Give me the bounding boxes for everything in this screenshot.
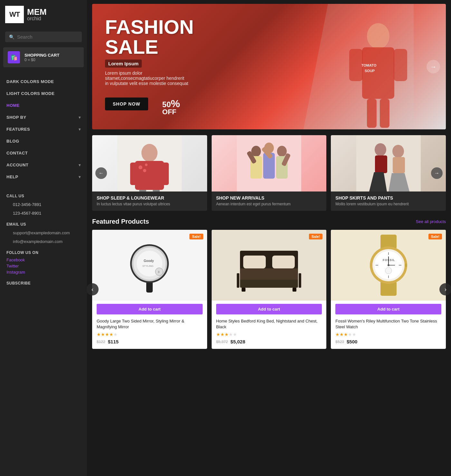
category-image-arrivals	[212, 135, 327, 191]
price-row-bed: $5,372 $5,028	[216, 339, 322, 344]
svg-text:TOMATO: TOMATO	[361, 63, 377, 67]
sidebar-bottom: CALL US 012-3456-7891 123-4567-8901 EMAI…	[0, 186, 87, 292]
main-content: FASHION SALE Lorem Ipsum Lorem ipsum dol…	[87, 0, 451, 476]
nav-help[interactable]: HELP ▾	[0, 171, 87, 183]
hero-title: FASHION SALE	[105, 17, 194, 57]
product-card-watch: Sale!	[331, 230, 446, 349]
products-next-arrow[interactable]: ›	[439, 283, 451, 295]
chevron-down-icon: ▾	[79, 163, 81, 167]
hero-banner: FASHION SALE Lorem Ipsum Lorem ipsum dol…	[92, 4, 446, 129]
phone-2: 123-4567-8901	[6, 209, 81, 218]
search-input[interactable]	[17, 34, 78, 40]
svg-point-9	[141, 144, 158, 162]
price-new-bed: $5,028	[230, 339, 245, 344]
product-info-mirror: Add to cart Goody Large Two Sided Mirror…	[92, 301, 207, 349]
hero-next-arrow[interactable]: →	[427, 60, 440, 73]
product-stars-watch: ★★★★★	[335, 332, 441, 337]
email-us-label: EMAIL US	[6, 222, 81, 227]
svg-rect-48	[293, 288, 296, 292]
nav-contact[interactable]: CONTACT	[0, 147, 87, 159]
nav-account[interactable]: ACCOUNT ▾	[0, 159, 87, 171]
svg-rect-30	[375, 155, 387, 173]
svg-rect-4	[349, 49, 363, 81]
hero-content: FASHION SALE Lorem Ipsum Lorem ipsum dol…	[92, 4, 207, 129]
nav-home[interactable]: HOME	[0, 99, 87, 111]
sale-badge-watch: Sale!	[428, 234, 442, 239]
cart-count: 0 = $0	[24, 58, 59, 62]
svg-rect-17	[153, 190, 160, 191]
hero-subtitle: Lorem ipsum dolor sitamet,consecmagtatiu…	[105, 70, 189, 86]
products-row: ‹ Sale! Goody STYLING 3	[92, 230, 446, 349]
svg-text:Goody: Goody	[144, 259, 154, 263]
svg-rect-1	[362, 47, 394, 99]
category-info-sleep: SHOP SLEEP & LOUNGEWEAR In luctus lectus…	[92, 191, 207, 211]
nav-blog[interactable]: BLOG	[0, 135, 87, 147]
svg-rect-47	[242, 288, 245, 292]
add-to-cart-bed[interactable]: Add to cart	[216, 304, 322, 314]
shop-now-button[interactable]: SHOP NOW	[105, 98, 148, 110]
category-row: ← SHOP SLEEP & LOUNGEWEAR In luctus lect…	[92, 135, 446, 211]
svg-rect-44	[243, 256, 266, 268]
svg-rect-46	[240, 268, 298, 280]
twitter-link[interactable]: Twitter	[6, 263, 81, 269]
svg-point-12	[145, 163, 148, 166]
product-figure-bed	[237, 238, 301, 293]
search-bar[interactable]: 🔍	[5, 32, 82, 42]
price-new-mirror: $115	[108, 339, 119, 344]
logo-text: MEM orchid	[27, 8, 47, 21]
price-row-mirror: $122 $115	[97, 339, 203, 344]
svg-point-64	[388, 264, 389, 266]
nav-features[interactable]: FEATURES ▾	[0, 123, 87, 135]
facebook-link[interactable]: Facebook	[6, 257, 81, 263]
cart-info: SHOPPING CART 0 = $0	[24, 53, 59, 62]
email-1: support@exampledomain.com	[6, 229, 81, 237]
email-2: info@exampledomain.com	[6, 237, 81, 246]
svg-rect-5	[394, 49, 407, 81]
subscribe-label: SUBSCRIBE	[6, 281, 81, 285]
product-image-watch: FOSSIL	[331, 230, 446, 301]
phone-1: 012-3456-7891	[6, 200, 81, 209]
logo-area: WT MEM orchid	[0, 0, 87, 28]
nav-shop-by[interactable]: SHOP BY ▾	[0, 111, 87, 123]
category-figure-arrivals	[237, 135, 301, 191]
svg-point-23	[277, 146, 287, 157]
sale-badge-mirror: Sale!	[189, 234, 203, 239]
price-new-watch: $500	[347, 339, 357, 344]
svg-point-0	[367, 23, 389, 49]
category-prev-arrow[interactable]: ←	[95, 167, 107, 179]
product-figure-watch: FOSSIL	[363, 235, 414, 296]
see-all-link[interactable]: See all products	[416, 219, 446, 224]
category-figure-skirts	[356, 135, 421, 191]
product-image-bed	[212, 230, 327, 301]
category-next-arrow[interactable]: →	[431, 167, 443, 179]
product-stars-mirror: ★★★★★	[97, 332, 203, 337]
product-image-mirror: Goody STYLING 3	[92, 230, 207, 301]
category-title-arrivals: SHOP NEW ARRIVALS	[216, 195, 322, 201]
add-to-cart-watch[interactable]: Add to cart	[335, 304, 441, 314]
product-figure-mirror: Goody STYLING 3	[127, 238, 172, 293]
add-to-cart-mirror[interactable]: Add to cart	[97, 304, 203, 314]
product-info-bed: Add to cart Home Styles Bedford King Bed…	[212, 301, 327, 349]
svg-rect-45	[272, 256, 295, 268]
featured-header: Featured Products See all products	[92, 218, 446, 225]
product-info-watch: Add to cart Fossil Women's Riley Multifu…	[331, 301, 446, 349]
product-card-mirror: Sale! Goody STYLING 3 Ad	[92, 230, 207, 349]
logo-wt: WT	[9, 10, 20, 19]
cart-icon-box: 🛍️	[8, 51, 20, 63]
product-name-bed: Home Styles Bedford King Bed, Nightstand…	[216, 318, 322, 330]
svg-rect-50	[299, 273, 301, 288]
hero-model-svg: TOMATO SOUP	[343, 17, 414, 129]
chevron-down-icon: ▾	[79, 115, 81, 120]
search-icon: 🔍	[9, 34, 14, 40]
instagram-link[interactable]: Instagram	[6, 269, 81, 275]
price-old-mirror: $122	[97, 340, 105, 344]
nav-dark-mode[interactable]: DARK COLORS MODE	[0, 76, 87, 88]
product-name-watch: Fossil Women's Riley Multifunction Two T…	[335, 318, 441, 330]
svg-rect-3	[380, 99, 389, 128]
nav-light-mode[interactable]: LIGHT COLORS MODE	[0, 88, 87, 99]
cart-section[interactable]: 🛍️ SHOPPING CART 0 = $0	[3, 47, 84, 67]
svg-rect-65	[405, 264, 407, 267]
category-card-arrivals: SHOP NEW ARRIVALS Aenean interdum est eg…	[212, 135, 327, 211]
price-old-bed: $5,372	[216, 340, 228, 344]
svg-rect-49	[237, 273, 239, 288]
